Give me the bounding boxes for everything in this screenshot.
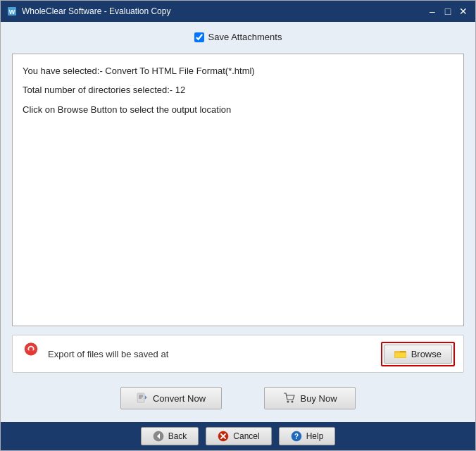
svg-point-5	[29, 347, 33, 352]
svg-point-15	[287, 401, 289, 403]
browse-label: Browse	[411, 349, 441, 359]
help-button[interactable]: ? Help	[279, 427, 336, 445]
app-icon: W	[6, 6, 18, 17]
browse-btn-wrapper: Browse	[381, 342, 455, 366]
main-content: Save Attachments You have selected:- Con…	[1, 22, 475, 422]
back-button[interactable]: Back	[141, 427, 199, 445]
svg-point-16	[291, 401, 293, 403]
convert-now-label: Convert Now	[153, 393, 206, 404]
cart-icon	[283, 393, 296, 404]
back-label: Back	[168, 431, 187, 441]
svg-rect-9	[395, 353, 406, 357]
save-attachments-label: Save Attachments	[208, 32, 282, 42]
help-icon: ?	[291, 431, 302, 442]
export-row: Export of files will be saved at Browse	[12, 335, 464, 373]
minimize-button[interactable]: –	[426, 5, 439, 18]
cancel-label: Cancel	[233, 431, 259, 441]
svg-text:W: W	[9, 8, 15, 16]
info-line-3: Click on Browse Button to select the out…	[23, 101, 453, 118]
back-icon	[153, 431, 164, 442]
save-attachments-checkbox[interactable]	[194, 32, 204, 42]
cancel-button[interactable]: Cancel	[206, 427, 271, 445]
svg-text:?: ?	[294, 433, 299, 440]
cancel-icon	[218, 431, 229, 442]
info-line-2: Total number of directories selected:- 1…	[23, 82, 453, 98]
close-button[interactable]: ✕	[457, 5, 470, 18]
info-line-1: You have selected:- Convert To HTML File…	[23, 63, 453, 79]
window-controls: – □ ✕	[426, 5, 470, 18]
location-icon	[21, 341, 41, 366]
app-window: W WholeClear Software - Evaluation Copy …	[0, 0, 476, 451]
info-box: You have selected:- Convert To HTML File…	[12, 54, 464, 326]
window-title: WholeClear Software - Evaluation Copy	[22, 6, 426, 16]
folder-icon	[394, 349, 407, 359]
convert-icon	[137, 393, 148, 404]
buy-now-button[interactable]: Buy Now	[264, 387, 356, 409]
maximize-button[interactable]: □	[441, 5, 454, 18]
export-label: Export of files will be saved at	[48, 349, 374, 359]
svg-marker-14	[145, 395, 147, 400]
browse-button[interactable]: Browse	[384, 345, 452, 364]
title-bar: W WholeClear Software - Evaluation Copy …	[1, 1, 475, 22]
bottom-bar: Back Cancel ? Help	[1, 422, 475, 450]
buy-now-label: Buy Now	[301, 393, 337, 404]
action-row: Convert Now Buy Now	[12, 381, 464, 412]
convert-now-button[interactable]: Convert Now	[120, 387, 222, 409]
save-attachments-row: Save Attachments	[12, 32, 464, 42]
help-label: Help	[306, 431, 324, 441]
